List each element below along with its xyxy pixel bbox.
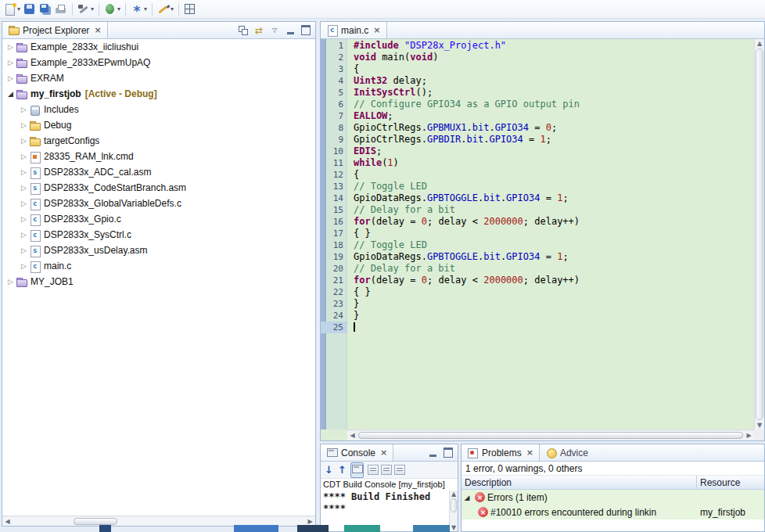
dropdown-arrow-icon[interactable]: ▾ <box>117 5 120 13</box>
code-line[interactable]: 16for(delay = 0; delay < 2000000; delay+… <box>321 216 754 228</box>
expand-arrow-icon[interactable]: ▷ <box>19 168 29 176</box>
editor-body[interactable]: 1#include "DSP28x_Project.h"2void main(v… <box>321 39 764 440</box>
scroll-right-icon[interactable]: ▶ <box>305 518 315 525</box>
code-line[interactable]: 2void main(void) <box>321 52 754 63</box>
expand-arrow-icon[interactable]: ▷ <box>19 121 29 129</box>
column-resource[interactable]: Resource <box>697 476 764 489</box>
taskbar-button[interactable] <box>344 525 380 532</box>
maximize-icon[interactable] <box>299 23 313 37</box>
scroll-down-icon[interactable]: ▼ <box>755 422 764 429</box>
collapse-all-icon[interactable] <box>236 23 250 37</box>
scroll-down-icon[interactable]: ↓ <box>322 463 336 476</box>
code-line[interactable]: 4Uint32 delay; <box>321 75 754 87</box>
tab-console[interactable]: Console × <box>321 444 393 461</box>
scroll-down-icon[interactable]: ▼ <box>450 524 458 531</box>
tab-advice[interactable]: Advice <box>540 444 594 461</box>
editor-vscrollbar[interactable]: ▲ ▼ <box>754 39 764 430</box>
scrollbar-thumb[interactable] <box>756 49 763 420</box>
code-line[interactable]: 13// Toggle LED <box>321 181 754 192</box>
code-line[interactable]: 19GpioDataRegs.GPBTOGGLE.bit.GPIO34 = 1; <box>321 251 754 263</box>
tree-item[interactable]: ▷EXRAM <box>2 70 315 86</box>
tree-item[interactable]: ▷Debug <box>2 117 315 133</box>
expand-arrow-icon[interactable]: ▷ <box>19 231 29 239</box>
save-all-button[interactable] <box>38 2 53 17</box>
tab-main-c[interactable]: main.c × <box>321 22 387 38</box>
tree-item[interactable]: ▷DSP2833x_Gpio.c <box>2 211 315 227</box>
problems-group-row[interactable]: ◢Errors (1 item) <box>462 490 764 505</box>
tab-project-explorer[interactable]: Project Explorer × <box>2 22 108 38</box>
scroll-left-icon[interactable]: ◀ <box>2 518 13 525</box>
expand-arrow-icon[interactable]: ▷ <box>19 106 29 113</box>
taskbar-button[interactable] <box>99 525 111 532</box>
expand-arrow-icon[interactable]: ▷ <box>5 74 16 82</box>
code-line[interactable]: 5InitSysCtrl(); <box>321 87 754 99</box>
scroll-right-icon[interactable]: ▶ <box>744 432 754 439</box>
taskbar-button[interactable] <box>234 525 278 532</box>
new-wizard-button[interactable]: ▾ <box>129 2 149 17</box>
scroll-left-icon[interactable]: ◀ <box>347 432 357 439</box>
code-line[interactable]: 8GpioCtrlRegs.GPBMUX1.bit.GPIO34 = 0; <box>321 122 754 134</box>
code-line[interactable]: 17{ } <box>321 228 754 239</box>
code-line[interactable]: 10EDIS; <box>321 146 754 157</box>
expand-arrow-icon[interactable]: ▷ <box>5 278 16 286</box>
flash-button[interactable]: ▾ <box>156 2 175 17</box>
code-line[interactable]: 21for(delay = 0; delay < 2000000; delay+… <box>321 275 754 286</box>
display-selected-console-icon[interactable] <box>381 465 392 475</box>
code-line[interactable]: 25 <box>321 322 754 333</box>
maximize-icon[interactable] <box>441 446 455 459</box>
expand-arrow-icon[interactable]: ▷ <box>19 262 29 270</box>
view-menu-icon[interactable]: ▽ <box>268 23 282 37</box>
close-icon[interactable]: × <box>373 25 380 35</box>
debug-button[interactable]: ▾ <box>102 2 122 17</box>
collapse-arrow-icon[interactable]: ◢ <box>462 494 472 501</box>
column-description[interactable]: Description <box>462 476 697 489</box>
code-line[interactable]: 7EALLOW; <box>321 110 754 122</box>
tree-item[interactable]: ▷28335_RAM_lnk.cmd <box>2 149 315 164</box>
code-line[interactable]: 23} <box>321 298 754 310</box>
code-line[interactable]: 20// Delay for a bit <box>321 263 754 275</box>
print-button[interactable] <box>53 2 69 17</box>
code-area[interactable]: 1#include "DSP28x_Project.h"2void main(v… <box>321 40 754 333</box>
scrollbar-thumb[interactable] <box>74 518 117 525</box>
minimize-icon[interactable] <box>426 446 440 459</box>
console-vscrollbar[interactable]: ▲ ▼ <box>449 491 458 531</box>
tree-item[interactable]: ▷DSP2833x_SysCtrl.c <box>2 227 315 243</box>
code-line[interactable]: 11while(1) <box>321 157 754 169</box>
dropdown-arrow-icon[interactable]: ▾ <box>91 5 94 13</box>
dropdown-arrow-icon[interactable]: ▾ <box>171 5 174 13</box>
minimize-icon[interactable] <box>283 23 297 37</box>
code-line[interactable]: 18// Toggle LED <box>321 239 754 251</box>
save-button[interactable] <box>22 2 38 17</box>
open-console-icon[interactable] <box>394 465 405 475</box>
tab-problems[interactable]: Problems × <box>462 444 540 461</box>
scroll-up-icon[interactable]: ↑ <box>336 463 349 476</box>
tree-item[interactable]: ◢my_firstjob[Active - Debug] <box>2 86 315 102</box>
tree-item[interactable]: ▷Includes <box>2 102 315 117</box>
expand-arrow-icon[interactable]: ▷ <box>19 137 29 145</box>
code-line[interactable]: 14GpioDataRegs.GPBTOGGLE.bit.GPIO34 = 1; <box>321 192 754 204</box>
taskbar-button[interactable] <box>297 525 329 532</box>
tree-item[interactable]: ▷MY_JOB1 <box>2 274 315 289</box>
tree-item[interactable]: ▷Example_2833x_iicliushui <box>2 39 315 55</box>
show-console-button[interactable] <box>350 462 364 478</box>
tree-item[interactable]: ▷DSP2833x_GlobalVariableDefs.c <box>2 196 315 211</box>
close-icon[interactable]: × <box>94 25 101 35</box>
collapse-arrow-icon[interactable]: ◢ <box>5 90 16 98</box>
close-icon[interactable]: × <box>380 448 387 458</box>
tree-item[interactable]: ▷DSP2833x_ADC_cal.asm <box>2 164 315 180</box>
expand-arrow-icon[interactable]: ▷ <box>19 200 29 207</box>
code-line[interactable]: 12{ <box>321 169 754 181</box>
expand-arrow-icon[interactable]: ▷ <box>19 153 29 160</box>
tree-item[interactable]: ▷DSP2833x_usDelay.asm <box>2 243 315 258</box>
pin-console-icon[interactable] <box>368 465 379 475</box>
tree-item[interactable]: ▷DSP2833x_CodeStartBranch.asm <box>2 180 315 196</box>
open-perspective-button[interactable] <box>182 2 197 17</box>
code-line[interactable]: 22{ } <box>321 286 754 298</box>
code-line[interactable]: 9GpioCtrlRegs.GPBDIR.bit.GPIO34 = 1; <box>321 134 754 146</box>
problem-row[interactable]: #10010 errors encountered during linkinm… <box>462 505 764 519</box>
dropdown-arrow-icon[interactable]: ▾ <box>144 5 147 13</box>
scroll-up-icon[interactable]: ▲ <box>755 40 764 47</box>
taskbar-button[interactable] <box>413 525 450 532</box>
expand-arrow-icon[interactable]: ▷ <box>19 215 29 223</box>
code-line[interactable]: 3{ <box>321 63 754 75</box>
